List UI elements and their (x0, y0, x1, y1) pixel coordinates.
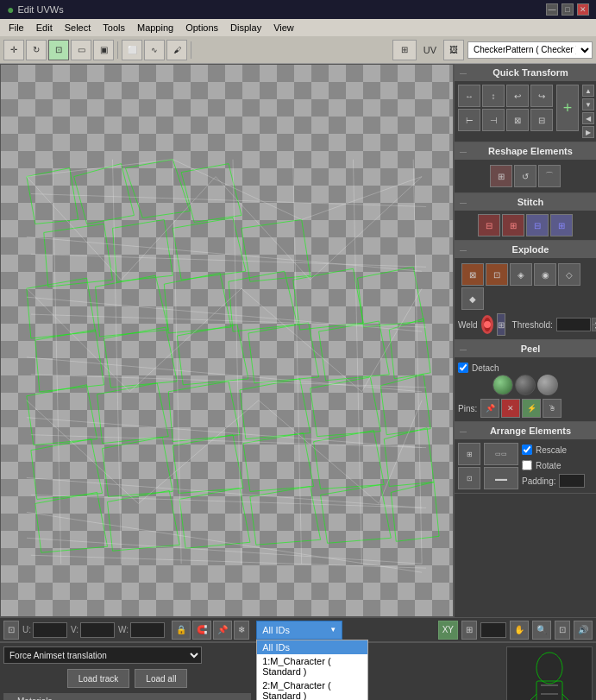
w-input[interactable]: 0.0 (130, 622, 165, 638)
stitch-btn-3[interactable]: ⊟ (526, 214, 549, 236)
reshape-elements-header[interactable]: — Reshape Elements (455, 142, 596, 160)
arrange-options: Rescale Rotate Padding: 16 (522, 443, 585, 488)
pin-btn-3[interactable]: ⚡ (522, 399, 541, 418)
padding-input[interactable]: 16 (559, 474, 585, 488)
peel-sphere-1[interactable] (492, 375, 513, 395)
menu-file[interactable]: File (3, 21, 29, 35)
pixel-input[interactable]: 16 (480, 622, 506, 638)
threshold-up-btn[interactable]: ▲ (592, 318, 596, 325)
menu-edit[interactable]: Edit (31, 21, 58, 35)
weld-target-icon[interactable] (481, 315, 493, 334)
v-input[interactable]: 0.0 (80, 622, 115, 638)
qt-extra1-button[interactable]: ▲ (582, 85, 594, 97)
explode-btn-5[interactable]: ◇ (558, 263, 580, 286)
tb-rotate-button[interactable]: ↻ (26, 40, 47, 60)
uv-viewport[interactable] (0, 64, 454, 617)
tb-paint-button[interactable]: 🖌 (166, 40, 187, 60)
tb-move-button[interactable]: ✛ (3, 40, 24, 60)
menu-tools[interactable]: Tools (97, 21, 130, 35)
qt-extra2-button[interactable]: ▼ (582, 98, 594, 110)
xy-button[interactable]: XY (438, 621, 458, 640)
threshold-down-btn[interactable]: ▼ (592, 325, 596, 331)
explode-header[interactable]: — Explode (455, 241, 596, 258)
zoom-fit-btn[interactable]: ⊡ (555, 621, 570, 640)
qt-align-center-button[interactable]: ⊣ (482, 109, 505, 131)
tb-checkerboard-button[interactable]: ⊞ (392, 40, 417, 60)
maximize-button[interactable]: □ (561, 3, 574, 16)
arrange-icon-1[interactable]: ⊞ (458, 443, 480, 465)
arrange-icon-4[interactable]: ▬▬ (484, 467, 518, 489)
tb-vertex-button[interactable]: ⊡ (48, 40, 69, 60)
minimize-button[interactable]: — (546, 3, 558, 16)
zoom-in-btn[interactable]: 🔍 (532, 621, 551, 640)
rescale-checkbox[interactable] (522, 445, 532, 455)
stitch-btn-4[interactable]: ⊞ (550, 214, 573, 236)
id-option-1[interactable]: 1:M_Character ( Standard ) (257, 654, 367, 678)
arrange-icon-2[interactable]: ⊡ (458, 467, 480, 489)
qt-flip-v-button[interactable]: ↕ (482, 85, 505, 107)
id-option-all[interactable]: All IDs (257, 640, 367, 654)
reshape-btn-2[interactable]: ↺ (514, 165, 536, 187)
tb-edge-button[interactable]: ▭ (71, 40, 91, 60)
menu-display[interactable]: Display (225, 21, 267, 35)
menu-view[interactable]: View (268, 21, 299, 35)
menu-mapping[interactable]: Mapping (132, 21, 179, 35)
reshape-btn-3[interactable]: ⌒ (538, 165, 561, 187)
menu-options[interactable]: Options (180, 21, 223, 35)
close-button[interactable]: ✕ (577, 3, 589, 16)
peel-sphere-2[interactable] (515, 375, 536, 395)
pin-btn-2[interactable]: ✕ (501, 399, 520, 418)
peel-sphere-3[interactable] (537, 375, 558, 395)
snap-grid-btn[interactable]: ⊞ (461, 621, 477, 640)
reshape-btn-1[interactable]: ⊞ (490, 165, 512, 187)
load-track-button[interactable]: Load track (67, 669, 130, 688)
qt-align-left-button[interactable]: ⊢ (458, 109, 480, 131)
menu-select[interactable]: Select (60, 21, 97, 35)
rotate-checkbox[interactable] (522, 460, 532, 470)
arrange-icon-3[interactable]: ▭▭ (484, 443, 518, 465)
threshold-input[interactable]: 0.01 (556, 318, 591, 331)
tb-texture-toggle[interactable]: 🖼 (443, 40, 464, 60)
qt-rotate-90-button[interactable]: ↩ (506, 85, 529, 107)
pin-btn-1[interactable]: 📌 (480, 399, 499, 418)
snowflake-button[interactable]: ❄ (234, 621, 249, 640)
texture-dropdown[interactable]: CheckerPattern ( Checker ) (467, 41, 593, 59)
stitch-btn-1[interactable]: ⊟ (478, 214, 500, 236)
stitch-btn-2[interactable]: ⊞ (502, 214, 524, 236)
lock-button[interactable]: 🔒 (172, 621, 191, 640)
tb-face-button[interactable]: ▣ (93, 40, 114, 60)
selection-mode-btn[interactable]: ⊡ (3, 621, 19, 640)
load-all-button[interactable]: Load all (135, 669, 187, 688)
explode-btn-4[interactable]: ◉ (534, 263, 556, 286)
hand-btn[interactable]: ✋ (510, 621, 529, 640)
qt-rotate-neg90-button[interactable]: ↪ (530, 85, 553, 107)
id-option-2[interactable]: 2:M_Character ( Standard ) (257, 678, 367, 701)
peel-header[interactable]: — Peel (455, 340, 596, 357)
u-input[interactable]: 0.0 (33, 622, 67, 638)
explode-btn-2[interactable]: ⊡ (486, 263, 508, 286)
qt-extra3-button[interactable]: ◀ (582, 112, 594, 124)
qt-flip-h-button[interactable]: ↔ (458, 85, 480, 107)
qt-fit-button[interactable]: ⊟ (530, 109, 553, 131)
anim-dropdown[interactable]: Force Animset translation (3, 646, 202, 664)
qt-extra4-button[interactable]: ▶ (582, 126, 594, 138)
qt-main-transform-button[interactable]: + (556, 85, 579, 131)
explode-btn-1[interactable]: ⊠ (461, 263, 484, 286)
explode-btn-6[interactable]: ◆ (461, 287, 484, 310)
weld-mode-btn[interactable]: ⊞ (497, 313, 505, 336)
id-dropdown[interactable]: All IDs ▼ (256, 621, 342, 640)
snap-button[interactable]: 🧲 (192, 621, 211, 640)
tb-lasso-button[interactable]: ∿ (144, 40, 165, 60)
pin-btn-4[interactable]: 🖱 (543, 399, 561, 418)
detach-checkbox[interactable] (458, 363, 468, 373)
audio-btn[interactable]: 🔊 (574, 621, 593, 640)
stitch-header[interactable]: — Stitch (455, 193, 596, 211)
materials-header[interactable]: — Materials (3, 693, 251, 700)
arrange-elements-header[interactable]: — Arrange Elements (455, 422, 596, 439)
pin-button[interactable]: 📌 (213, 621, 232, 640)
quick-transform-header[interactable]: — Quick Transform (455, 64, 596, 81)
arrange-main-icons: ⊞ ⊡ (458, 443, 480, 489)
explode-btn-3[interactable]: ◈ (510, 263, 532, 286)
qt-normalize-button[interactable]: ⊠ (506, 109, 529, 131)
tb-select-button[interactable]: ⬜ (122, 40, 142, 60)
